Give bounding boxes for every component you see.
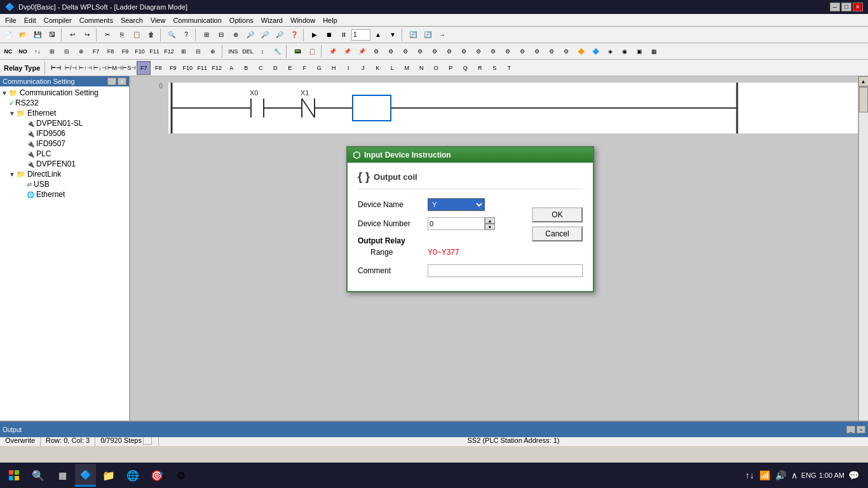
tree-ifd9507[interactable]: 🔌 IFD9507 (0, 139, 129, 149)
relay-btn-k[interactable]: K (370, 61, 384, 75)
menu-window[interactable]: Window (287, 14, 319, 26)
menu-view[interactable]: View (147, 14, 170, 26)
relay-btn-f8[interactable]: F8 (151, 61, 165, 75)
tb2-b43[interactable]: ▣ (632, 44, 646, 58)
tb-down[interactable]: ▼ (386, 28, 400, 42)
tb2-b38[interactable]: ⚙ (559, 44, 573, 58)
tb2-b14[interactable]: ⊟ (191, 44, 205, 58)
tree-dvpen01[interactable]: 🔌 DVPEN01-SL (0, 118, 129, 128)
tb2-b11[interactable]: F11 (147, 44, 161, 58)
relay-btn-1[interactable]: ⊢⊣ (49, 61, 63, 75)
tb2-b26[interactable]: ⚙ (384, 44, 398, 58)
minimize-button[interactable]: ─ (830, 3, 840, 11)
tb2-b18[interactable]: ↕ (255, 44, 269, 58)
relay-btn-c[interactable]: C (254, 61, 268, 75)
tb2-b6[interactable]: ⊕ (74, 44, 88, 58)
relay-btn-i[interactable]: I (341, 61, 355, 75)
taskbar-app2[interactable]: ⚙ (170, 464, 193, 487)
relay-btn-f12[interactable]: F12 (210, 61, 224, 75)
tb2-b4[interactable]: ⊞ (45, 44, 59, 58)
tb2-b33[interactable]: ⚙ (486, 44, 500, 58)
tb2-b25[interactable]: ⚙ (369, 44, 383, 58)
tb-btn1[interactable]: ⊞ (200, 28, 214, 42)
relay-btn-5[interactable]: ⊢M⊣ (107, 61, 121, 75)
tb2-b7[interactable]: F7 (89, 44, 103, 58)
tb-pause[interactable]: ⏸ (337, 28, 351, 42)
tb2-b40[interactable]: 🔷 (588, 44, 602, 58)
tb2-b31[interactable]: ⚙ (457, 44, 471, 58)
tb-paste[interactable]: 📋 (130, 28, 144, 42)
tb2-b36[interactable]: ⚙ (530, 44, 544, 58)
relay-btn-b[interactable]: B (239, 61, 253, 75)
tb-save[interactable]: 💾 (31, 28, 44, 42)
menu-communication[interactable]: Communication (169, 14, 225, 26)
tb2-b37[interactable]: ⚙ (545, 44, 559, 58)
relay-btn-p[interactable]: P (444, 61, 458, 75)
menu-help[interactable]: Help (319, 14, 341, 26)
search-taskbar-btn[interactable]: 🔍 (27, 464, 50, 487)
taskbar-edge[interactable]: 🌐 (121, 464, 144, 487)
tb-redo[interactable]: ↪ (80, 28, 94, 42)
tb-new[interactable]: 📄 (1, 28, 15, 42)
tb2-b10[interactable]: F10 (133, 44, 147, 58)
relay-btn-n[interactable]: N (414, 61, 428, 75)
tb2-b20[interactable]: 📟 (290, 44, 304, 58)
relay-btn-q[interactable]: Q (458, 61, 472, 75)
comment-input[interactable] (428, 264, 583, 277)
tree-ethernet-folder[interactable]: ▼ 📁 Ethernet (0, 108, 129, 118)
tb2-b15[interactable]: ⊕ (206, 44, 220, 58)
tb-delete[interactable]: 🗑 (144, 28, 158, 42)
tb-btn7[interactable]: ❓ (287, 28, 301, 42)
relay-btn-e[interactable]: E (283, 61, 297, 75)
relay-btn-f9[interactable]: F9 (166, 61, 180, 75)
relay-btn-o[interactable]: O (429, 61, 443, 75)
tb-btn4[interactable]: 🔎 (243, 28, 257, 42)
tb2-b16[interactable]: INS (226, 44, 240, 58)
relay-btn-d[interactable]: D (268, 61, 282, 75)
menu-comments[interactable]: Comments (76, 14, 117, 26)
tb-btn2[interactable]: ⊟ (214, 28, 228, 42)
panel-close-btn[interactable]: × (118, 78, 126, 85)
cancel-button[interactable]: Cancel (532, 226, 583, 241)
tb-page-input[interactable] (351, 29, 370, 41)
tb-find[interactable]: 🔍 (165, 28, 179, 42)
tb-run[interactable]: ▶ (308, 28, 322, 42)
notification-icon[interactable]: 💬 (847, 470, 860, 480)
tb2-b2[interactable]: NO (16, 44, 30, 58)
menu-options[interactable]: Options (226, 14, 257, 26)
tb-open[interactable]: 📂 (16, 28, 30, 42)
relay-btn-3[interactable]: ⊢↑⊣ (78, 61, 92, 75)
tb-help[interactable]: ? (179, 28, 193, 42)
spin-down-btn[interactable]: ▼ (485, 224, 495, 230)
tb2-b44[interactable]: ▦ (647, 44, 661, 58)
tree-dvpfen01[interactable]: 🔌 DVPFEN01 (0, 159, 129, 169)
chevron-up-icon[interactable]: ∧ (790, 470, 799, 480)
spin-up-btn[interactable]: ▲ (485, 217, 495, 224)
tb2-b22[interactable]: 📌 (325, 44, 339, 58)
taskbar-wplsoft[interactable]: 🔷 (75, 464, 96, 487)
relay-btn-l[interactable]: L (385, 61, 399, 75)
task-view-btn[interactable]: ▦ (51, 464, 74, 487)
relay-btn-6[interactable]: ⊢S⊣ (122, 61, 136, 75)
tree-usb[interactable]: ⇌ USB (0, 179, 129, 189)
tb2-b9[interactable]: F9 (118, 44, 132, 58)
relay-btn-f11[interactable]: F11 (195, 61, 209, 75)
relay-btn-f10[interactable]: F10 (180, 61, 194, 75)
menu-wizard[interactable]: Wizard (257, 14, 287, 26)
menu-compiler[interactable]: Compiler (40, 14, 76, 26)
tb2-b17[interactable]: DEL (241, 44, 255, 58)
panel-minimize-btn[interactable]: _ (107, 78, 116, 85)
device-number-input[interactable]: 0 (428, 217, 485, 230)
relay-btn-r[interactable]: R (473, 61, 487, 75)
relay-btn-t[interactable]: T (502, 61, 516, 75)
relay-btn-s[interactable]: S (487, 61, 501, 75)
tb2-b28[interactable]: ⚙ (413, 44, 427, 58)
tb2-b27[interactable]: ⚙ (398, 44, 412, 58)
tb2-b39[interactable]: 🔶 (574, 44, 588, 58)
relay-btn-a[interactable]: A (224, 61, 238, 75)
device-name-select[interactable]: Y M S T C (428, 198, 485, 211)
tb2-b21[interactable]: 📋 (305, 44, 319, 58)
tb-save2[interactable]: 🖫 (45, 28, 59, 42)
tb2-b8[interactable]: F8 (104, 44, 118, 58)
tb2-b23[interactable]: 📌 (340, 44, 354, 58)
